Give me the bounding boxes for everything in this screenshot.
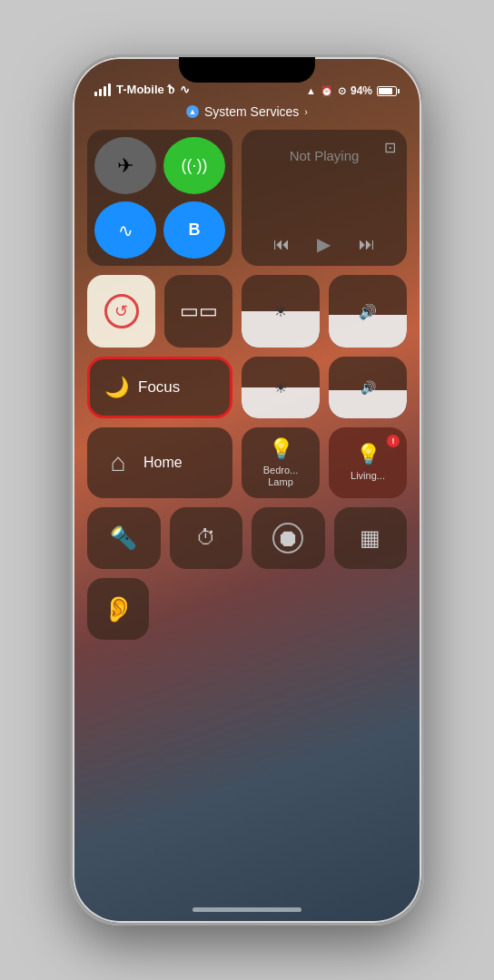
- brightness-icon-2: ☀: [274, 379, 287, 397]
- wifi-symbol: ∿: [180, 83, 190, 96]
- calculator-button[interactable]: ▦: [334, 507, 408, 569]
- screen-record-icon: ⊙: [338, 85, 346, 97]
- hotspot-icon: ((·)): [182, 156, 208, 175]
- signal-bar-4: [108, 83, 111, 96]
- timer-button[interactable]: ⏱: [170, 507, 243, 569]
- power-button[interactable]: [422, 239, 424, 320]
- hearing-icon: 👂: [103, 594, 134, 624]
- connectivity-grid: ✈ ((·)) ∿ B: [87, 130, 232, 266]
- volume-icon-2: 🔊: [361, 380, 376, 395]
- notch: [179, 57, 315, 83]
- brightness-slider-2[interactable]: ☀: [242, 357, 320, 418]
- home-button[interactable]: ⌂ Home: [87, 427, 232, 498]
- screen-record-button[interactable]: ⏺: [252, 507, 325, 569]
- screen-lock-button[interactable]: [87, 275, 155, 348]
- battery-icon: [377, 86, 400, 96]
- bluetooth-icon: B: [189, 220, 201, 240]
- signal-bar-1: [94, 92, 97, 96]
- signal-bar-3: [104, 86, 106, 96]
- mute-switch[interactable]: [70, 184, 72, 217]
- rotation-lock-icon: [104, 294, 139, 328]
- living-lamp-label: Living...: [351, 470, 385, 482]
- alarm-icon: ⏰: [321, 85, 333, 97]
- screen-mirror-icon: ▭▭: [180, 299, 218, 323]
- home-label: Home: [143, 455, 183, 471]
- location-icon: ▲: [306, 85, 316, 96]
- system-services-label: System Services: [204, 104, 299, 119]
- home-icon: ⌂: [111, 448, 126, 477]
- wifi-icon: ᵬ: [168, 82, 176, 97]
- volume-slider-2[interactable]: 🔊: [329, 357, 407, 418]
- brightness-slider[interactable]: ☀: [242, 275, 320, 348]
- row-connectivity-media: ✈ ((·)) ∿ B ⊡ Not Playing ⏮ ▶: [87, 130, 407, 266]
- location-dot: ▲: [186, 105, 199, 118]
- system-services-bar[interactable]: ▲ System Services ›: [73, 104, 421, 119]
- volume-up-button[interactable]: [70, 230, 72, 284]
- row-controls: ▭▭ ☀ 🔊: [87, 275, 407, 348]
- carrier-label: T-Mobile: [116, 83, 164, 96]
- flashlight-button[interactable]: 🔦: [87, 507, 161, 569]
- prev-track-button[interactable]: ⏮: [273, 235, 290, 254]
- signal-bar-2: [99, 89, 102, 96]
- living-lamp-icon: 💡: [356, 443, 380, 466]
- airplane-mode-button[interactable]: ✈: [94, 137, 156, 194]
- focus-button[interactable]: 🌙 Focus: [87, 357, 232, 418]
- calculator-icon: ▦: [360, 525, 380, 551]
- bluetooth-button[interactable]: B: [163, 201, 225, 259]
- next-track-button[interactable]: ⏭: [359, 235, 375, 254]
- alert-badge: !: [387, 435, 400, 447]
- control-center: ✈ ((·)) ∿ B ⊡ Not Playing ⏮ ▶: [87, 130, 407, 877]
- moon-icon: 🌙: [104, 376, 129, 399]
- airplay-icon[interactable]: ⊡: [384, 139, 396, 156]
- row-home: ⌂ Home 💡 Bedro...Lamp ! 💡 Living...: [87, 427, 407, 498]
- flashlight-icon: 🔦: [110, 525, 137, 551]
- wifi-button[interactable]: ∿: [94, 201, 156, 259]
- status-right: ▲ ⏰ ⊙ 94%: [306, 84, 400, 97]
- bedroom-lamp-button[interactable]: 💡 Bedro...Lamp: [242, 427, 320, 498]
- status-left: T-Mobile ᵬ ∿: [94, 82, 190, 97]
- volume-slider[interactable]: 🔊: [329, 275, 407, 348]
- phone-frame: T-Mobile ᵬ ∿ ▲ ⏰ ⊙ 94% ▲ System Services…: [70, 54, 424, 926]
- media-controls: ⏮ ▶ ⏭: [252, 233, 396, 255]
- not-playing-label: Not Playing: [252, 148, 396, 163]
- living-lamp-button[interactable]: ! 💡 Living...: [329, 427, 407, 498]
- home-icon-wrap: ⌂: [102, 446, 134, 479]
- volume-down-button[interactable]: [70, 298, 72, 352]
- row-hearing: 👂: [87, 578, 407, 640]
- screen-mirror-button[interactable]: ▭▭: [164, 275, 232, 348]
- wifi-btn-icon: ∿: [118, 220, 133, 241]
- timer-icon: ⏱: [196, 526, 216, 550]
- hotspot-button[interactable]: ((·)): [163, 137, 225, 194]
- hearing-button[interactable]: 👂: [87, 578, 149, 640]
- media-player: ⊡ Not Playing ⏮ ▶ ⏭: [242, 130, 407, 266]
- home-indicator[interactable]: [193, 907, 301, 912]
- row-utilities: 🔦 ⏱ ⏺ ▦: [87, 507, 407, 569]
- signal-bars: [94, 83, 111, 96]
- airplane-icon: ✈: [117, 154, 133, 178]
- battery-percent-label: 94%: [351, 84, 372, 97]
- focus-label: Focus: [138, 378, 180, 397]
- chevron-right-icon: ›: [304, 106, 308, 117]
- row-focus: 🌙 Focus ☀ 🔊: [87, 357, 407, 418]
- bedroom-lamp-label: Bedro...Lamp: [263, 465, 299, 488]
- record-icon: ⏺: [272, 523, 303, 554]
- play-pause-button[interactable]: ▶: [317, 233, 331, 255]
- volume-icon: 🔊: [359, 303, 377, 320]
- brightness-icon: ☀: [273, 301, 288, 321]
- bedroom-lamp-icon: 💡: [269, 437, 293, 461]
